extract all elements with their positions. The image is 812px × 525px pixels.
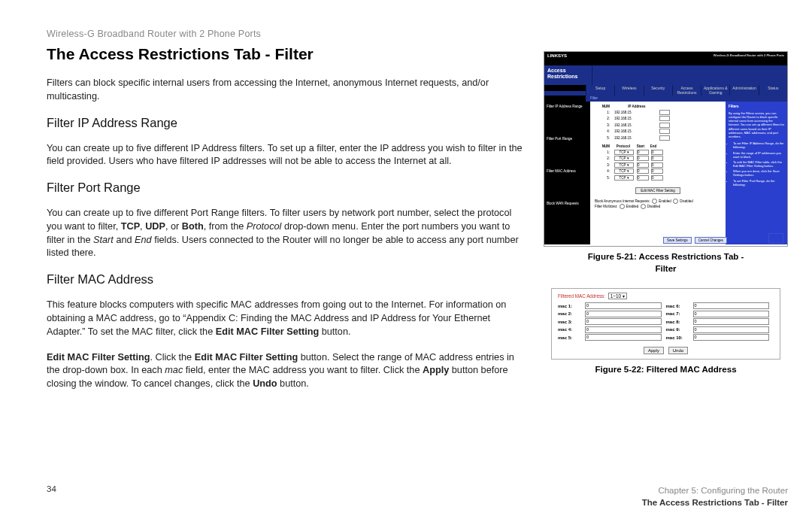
- protocol-select[interactable]: TCP ▾: [614, 156, 634, 161]
- main-tab[interactable]: Setup: [586, 85, 614, 96]
- mac-row: mac 7:0: [666, 311, 774, 317]
- help-title: Filters: [729, 105, 784, 109]
- end-port-input[interactable]: 0: [651, 175, 663, 181]
- ip-filter-row: 3:192.168.15.: [595, 123, 721, 128]
- end-port-input[interactable]: 0: [651, 150, 663, 155]
- help-bullet: To set Filter Port Range, do the followi…: [733, 179, 784, 187]
- undo-button[interactable]: Undo: [668, 347, 688, 354]
- mac-range-select[interactable]: 1~10 ▾: [608, 293, 627, 299]
- ip-octet-input[interactable]: [659, 129, 670, 134]
- section-ip-title: Filter IP Address Range: [47, 116, 528, 130]
- help-intro: By using the Filters screen, you can con…: [729, 111, 784, 138]
- help-bullet: To edit the MAC Filter table, click the …: [733, 160, 784, 168]
- end-port-input[interactable]: 0: [651, 168, 663, 174]
- block-wan-row: Block Anonymous Internet Requests: Enabl…: [595, 199, 721, 204]
- section-mac-body2: Edit MAC Filter Setting. Click the Edit …: [47, 351, 528, 391]
- port-filter-row: 3:TCP ▾00: [595, 162, 721, 168]
- start-port-input[interactable]: 0: [637, 175, 649, 181]
- mac-input[interactable]: 0: [585, 334, 662, 341]
- figure-5-22-caption: Figure 5-22: Filtered MAC Address: [544, 364, 788, 376]
- main-tab[interactable]: Administration: [729, 85, 758, 96]
- help-bullet: Enter the range of IP addresses you want…: [733, 151, 784, 159]
- page-title: The Access Restrictions Tab - Filter: [47, 45, 528, 63]
- page-footer: 34 Chapter 5: Configuring the Router The…: [47, 484, 788, 508]
- left-panel-label: Filter Port Range: [547, 137, 588, 141]
- ip-filter-row: 2:192.168.15.: [595, 116, 721, 121]
- mac-row: mac 10:0: [666, 334, 774, 341]
- port-filter-row: 1:TCP ▾00: [595, 150, 721, 155]
- ip-octet-input[interactable]: [659, 116, 670, 121]
- left-panel-label: Filter MAC Address: [547, 169, 588, 173]
- ip-octet-input[interactable]: [659, 135, 670, 141]
- end-port-input[interactable]: 0: [651, 156, 663, 161]
- cancel-changes-button[interactable]: Cancel Changes: [695, 237, 727, 244]
- product-line: Wireless-G Broadband Router with 2 Phone…: [47, 29, 528, 39]
- ip-filter-row: 1:192.168.15.: [595, 110, 721, 115]
- main-tab[interactable]: Applications & Gaming: [701, 85, 729, 96]
- main-tab[interactable]: Status: [759, 85, 787, 96]
- start-port-input[interactable]: 0: [637, 162, 649, 168]
- section-ip-body: You can create up to five different IP A…: [47, 142, 528, 169]
- port-filter-row: 2:TCP ▾00: [595, 156, 721, 161]
- device-name: Wireless-G Broadband Router with 2 Phone…: [714, 53, 784, 57]
- mac-input[interactable]: 0: [585, 318, 662, 325]
- brand-logo-text: LINKSYS: [547, 53, 567, 58]
- footer-chapter: Chapter 5: Configuring the Router: [642, 484, 788, 496]
- section-port-body: You can create up to five different Port…: [47, 207, 528, 260]
- mac-input[interactable]: 0: [585, 311, 662, 317]
- save-settings-button[interactable]: Save Settings: [663, 237, 692, 244]
- mac-row: mac 3:0: [558, 318, 666, 325]
- apply-button[interactable]: Apply: [644, 347, 664, 354]
- left-panel-label: Filter IP Address Range: [547, 105, 588, 108]
- ip-filter-row: 5:192.168.15.: [595, 135, 721, 141]
- filter-multicast-row: Filter Multicast: Enabled Disabled: [595, 204, 721, 209]
- ip-octet-input[interactable]: [659, 110, 670, 115]
- end-port-input[interactable]: 0: [651, 162, 663, 168]
- start-port-input[interactable]: 0: [637, 168, 649, 174]
- mac-row: mac 5:0: [558, 334, 666, 341]
- help-bullet: When you are done, click the Save Settin…: [733, 169, 784, 177]
- protocol-select[interactable]: TCP ▾: [614, 175, 634, 181]
- mac-row: mac 4:0: [558, 326, 666, 333]
- protocol-select[interactable]: TCP ▾: [614, 150, 634, 155]
- ip-octet-input[interactable]: [659, 123, 670, 128]
- port-filter-row: 4:TCP ▾00: [595, 168, 721, 174]
- main-tab[interactable]: Wireless: [614, 85, 643, 96]
- start-port-input[interactable]: 0: [637, 150, 649, 155]
- figure-5-21-screenshot: LINKSYS Wireless-G Broadband Router with…: [544, 51, 788, 247]
- main-tab[interactable]: Access Restrictions: [672, 85, 701, 96]
- cisco-logo-icon: [768, 233, 783, 244]
- mac-input[interactable]: 0: [693, 318, 770, 325]
- left-panel-label: Block WAN Requests: [547, 202, 588, 205]
- section-port-title: Filter Port Range: [47, 181, 528, 195]
- protocol-select[interactable]: TCP ▾: [614, 162, 634, 168]
- help-bullet: To set Filter IP Address Range, do the f…: [733, 141, 784, 149]
- mac-row: mac 1:0: [558, 302, 666, 309]
- page-number: 34: [47, 484, 56, 493]
- start-port-input[interactable]: 0: [637, 156, 649, 161]
- main-tab[interactable]: Security: [644, 85, 672, 96]
- section-mac-title: Filter MAC Address: [47, 272, 528, 287]
- figure-5-21-caption: Figure 5-21: Access Restrictions Tab -Fi…: [544, 251, 788, 275]
- mac-row: mac 9:0: [666, 326, 774, 333]
- filtered-mac-label: Filtered MAC Address:: [558, 293, 605, 299]
- mac-input[interactable]: 0: [693, 326, 770, 333]
- mac-input[interactable]: 0: [585, 326, 662, 333]
- header-section: Access Restrictions: [544, 65, 592, 85]
- figure-5-22-screenshot: Filtered MAC Address: 1~10 ▾ mac 1:0mac …: [551, 288, 780, 360]
- footer-section: The Access Restrictions Tab - Filter: [642, 496, 788, 508]
- protocol-select[interactable]: TCP ▾: [614, 168, 634, 174]
- mac-input[interactable]: 0: [693, 302, 770, 309]
- mac-input[interactable]: 0: [585, 302, 662, 309]
- mac-row: mac 2:0: [558, 311, 666, 317]
- section-mac-body1: This feature blocks computers with speci…: [47, 299, 528, 338]
- mac-row: mac 8:0: [666, 318, 774, 325]
- subtab-filter[interactable]: Filter: [586, 96, 602, 102]
- intro-paragraph: Filters can block specific internal user…: [47, 77, 528, 104]
- mac-row: mac 6:0: [666, 302, 774, 309]
- ip-filter-row: 4:192.168.15.: [595, 129, 721, 134]
- edit-mac-filter-button[interactable]: Edit MAC Filter Setting: [635, 187, 680, 194]
- mac-input[interactable]: 0: [693, 311, 770, 317]
- mac-input[interactable]: 0: [693, 334, 770, 341]
- port-filter-row: 5:TCP ▾00: [595, 175, 721, 181]
